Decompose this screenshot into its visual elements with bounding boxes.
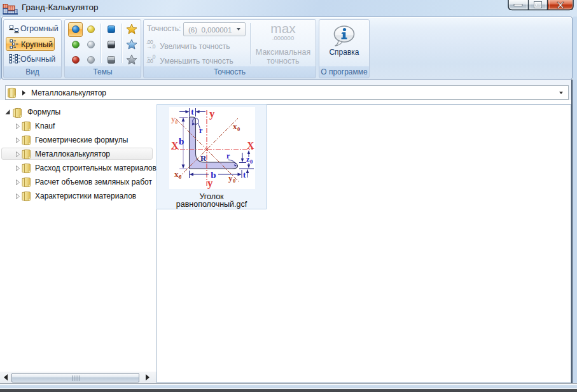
svg-text:r: r [199, 126, 203, 135]
svg-text:b: b [179, 136, 184, 146]
svg-text:y: y [207, 177, 213, 189]
svg-text:0: 0 [179, 174, 181, 180]
svg-text:t: t [243, 170, 246, 179]
svg-text:r: r [226, 151, 230, 160]
svg-text:X: X [171, 140, 179, 151]
svg-text:0: 0 [237, 126, 240, 132]
svg-text:R: R [200, 153, 207, 163]
svg-text:t: t [191, 107, 194, 116]
svg-text:0: 0 [233, 178, 235, 184]
svg-text:y: y [209, 108, 215, 120]
svg-text:y: y [228, 173, 233, 183]
svg-text:0: 0 [250, 158, 253, 165]
svg-text:0: 0 [175, 119, 177, 125]
svg-text:x: x [233, 122, 237, 131]
svg-text:X: X [247, 140, 254, 151]
svg-text:x: x [174, 169, 179, 179]
